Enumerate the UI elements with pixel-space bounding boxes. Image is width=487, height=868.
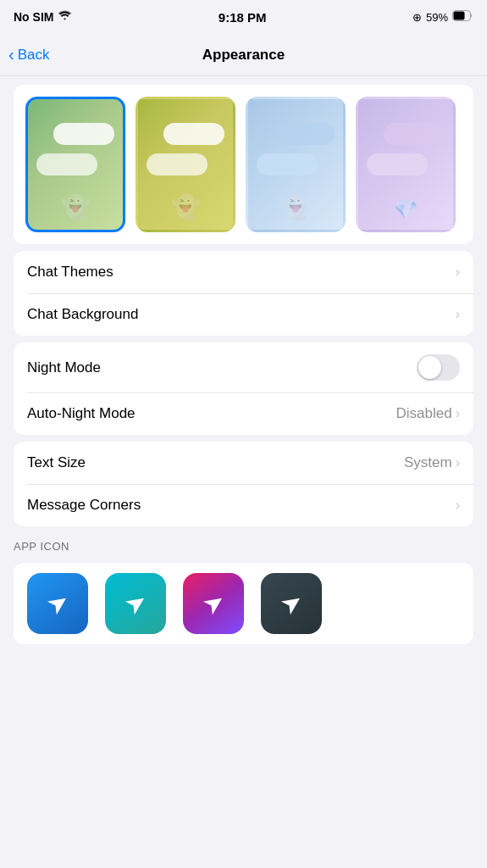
auto-night-mode-right: Disabled › bbox=[396, 405, 460, 422]
theme-1-ghost-icon: 👻 bbox=[61, 193, 91, 221]
battery-percent: 59% bbox=[426, 11, 448, 24]
no-sim-label: No SIM bbox=[14, 10, 53, 24]
back-button[interactable]: ‹ Back bbox=[8, 45, 49, 64]
status-right: ⊕ 59% bbox=[412, 10, 473, 24]
chat-themes-label: Chat Themes bbox=[27, 264, 113, 281]
text-size-row[interactable]: Text Size System › bbox=[14, 442, 473, 484]
night-mode-label: Night Mode bbox=[27, 359, 101, 376]
telegram-arrow-icon-2: ➤ bbox=[119, 587, 152, 620]
auto-night-mode-row[interactable]: Auto-Night Mode Disabled › bbox=[14, 392, 473, 435]
message-corners-chevron-icon: › bbox=[456, 498, 460, 512]
night-mode-toggle-thumb bbox=[418, 356, 441, 379]
app-icon-dark[interactable]: ➤ bbox=[261, 573, 322, 634]
app-icon-standard[interactable]: ➤ bbox=[27, 573, 88, 634]
chat-themes-chevron-icon: › bbox=[456, 265, 460, 279]
theme-3-bubble-out bbox=[274, 123, 335, 145]
theme-2-bubble-in bbox=[147, 153, 208, 175]
theme-3-bubble-in bbox=[257, 153, 318, 175]
theme-3-ghost-icon: 👻 bbox=[281, 193, 311, 221]
theme-scroll-section: 👻 👻 👻 💎 bbox=[14, 85, 473, 244]
app-icon-section-header: APP ICON bbox=[0, 533, 487, 556]
wifi-icon bbox=[58, 10, 72, 24]
text-size-chevron-icon: › bbox=[456, 456, 460, 470]
theme-1-bubbles bbox=[28, 123, 123, 175]
svg-rect-1 bbox=[454, 12, 465, 20]
orientation-icon: ⊕ bbox=[412, 11, 422, 24]
telegram-arrow-icon-4: ➤ bbox=[275, 587, 307, 620]
page-title: Appearance bbox=[202, 47, 285, 64]
theme-4-bubble-out bbox=[384, 123, 445, 145]
theme-1-bubble-in bbox=[36, 153, 97, 175]
theme-card-1[interactable]: 👻 bbox=[25, 97, 125, 232]
theme-2-bubbles bbox=[138, 123, 233, 175]
text-size-label: Text Size bbox=[27, 454, 86, 471]
nav-bar: ‹ Back Appearance bbox=[0, 34, 487, 76]
theme-2-ghost-icon: 👻 bbox=[171, 193, 201, 221]
app-icon-section: ➤ ➤ ➤ ➤ bbox=[14, 563, 473, 644]
telegram-arrow-icon-1: ➤ bbox=[42, 587, 74, 620]
text-section: Text Size System › Message Corners › bbox=[14, 442, 473, 526]
theme-2-bubble-out bbox=[163, 123, 224, 145]
theme-1-bubble-out bbox=[53, 123, 114, 145]
chat-themes-row[interactable]: Chat Themes › bbox=[14, 251, 473, 293]
auto-night-mode-chevron-icon: › bbox=[456, 407, 460, 420]
night-mode-row: Night Mode bbox=[14, 342, 473, 392]
battery-icon bbox=[452, 10, 473, 24]
chat-background-row[interactable]: Chat Background › bbox=[14, 293, 473, 336]
chat-background-chevron-icon: › bbox=[456, 308, 460, 321]
message-corners-right: › bbox=[456, 498, 460, 512]
status-bar: No SIM 9:18 PM ⊕ 59% bbox=[0, 0, 487, 34]
app-icon-row: ➤ ➤ ➤ ➤ bbox=[14, 563, 473, 644]
back-label: Back bbox=[18, 47, 50, 64]
theme-card-3[interactable]: 👻 bbox=[246, 97, 346, 232]
content-area: 👻 👻 👻 💎 bbox=[0, 76, 487, 659]
theme-4-diamond-icon: 💎 bbox=[393, 198, 418, 221]
theme-card-2[interactable]: 👻 bbox=[136, 97, 235, 232]
chat-background-label: Chat Background bbox=[27, 306, 138, 323]
auto-night-mode-label: Auto-Night Mode bbox=[27, 405, 136, 422]
message-corners-label: Message Corners bbox=[27, 497, 141, 514]
night-mode-section: Night Mode Auto-Night Mode Disabled › bbox=[14, 342, 473, 435]
theme-grid: 👻 👻 👻 💎 bbox=[25, 97, 462, 232]
theme-4-bubble-in bbox=[367, 153, 428, 175]
text-size-right: System › bbox=[404, 454, 460, 471]
chat-background-right: › bbox=[456, 308, 460, 321]
status-carrier: No SIM bbox=[14, 10, 72, 24]
chat-themes-right: › bbox=[456, 265, 460, 279]
theme-4-bubbles bbox=[358, 123, 453, 175]
auto-night-mode-value: Disabled bbox=[396, 405, 452, 422]
app-icon-aqua[interactable]: ➤ bbox=[105, 573, 166, 634]
status-time: 9:18 PM bbox=[219, 10, 267, 25]
chat-section: Chat Themes › Chat Background › bbox=[14, 251, 473, 336]
app-icon-premium[interactable]: ➤ bbox=[183, 573, 244, 634]
theme-card-4[interactable]: 💎 bbox=[356, 97, 456, 232]
theme-3-bubbles bbox=[248, 123, 343, 175]
text-size-value: System bbox=[404, 454, 452, 471]
night-mode-toggle[interactable] bbox=[417, 354, 460, 381]
back-chevron-icon: ‹ bbox=[8, 45, 14, 64]
telegram-arrow-icon-3: ➤ bbox=[197, 587, 230, 620]
message-corners-row[interactable]: Message Corners › bbox=[14, 484, 473, 526]
